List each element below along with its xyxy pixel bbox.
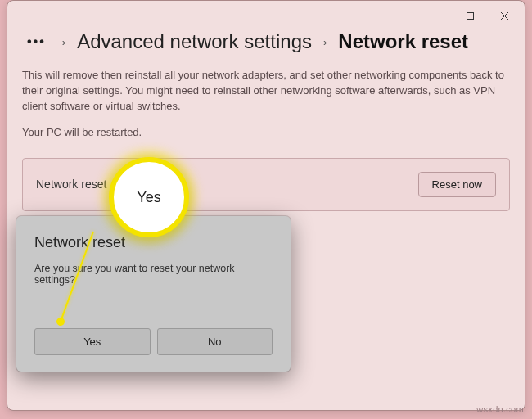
panel-label: Network reset [36,178,106,191]
restart-note: Your PC will be restarted. [22,126,510,138]
svg-rect-1 [467,12,473,19]
minimize-button[interactable] [418,4,453,27]
titlebar [7,1,525,30]
confirm-dialog: Network reset Are you sure you want to r… [16,216,291,372]
breadcrumb-advanced[interactable]: Advanced network settings [77,30,312,53]
no-button[interactable]: No [157,328,273,355]
chevron-right-icon: › [322,36,328,48]
watermark: wsxdn.com [476,404,524,414]
close-button[interactable] [487,4,521,27]
network-reset-panel: Network reset Reset now [22,158,510,211]
page-title: Network reset [338,30,468,53]
dialog-buttons: Yes No [34,328,273,355]
description-text: This will remove then reinstall all your… [22,68,510,115]
highlight-bubble: Yes [109,157,189,237]
maximize-button[interactable] [453,4,487,27]
chevron-right-icon: › [61,36,67,48]
content-area: This will remove then reinstall all your… [7,60,525,211]
breadcrumb: ••• › Advanced network settings › Networ… [7,30,525,60]
reset-now-button[interactable]: Reset now [418,172,496,197]
dialog-message: Are you sure you want to reset your netw… [34,263,273,286]
yes-button[interactable]: Yes [34,328,151,355]
highlight-label: Yes [137,189,160,206]
more-icon[interactable]: ••• [22,34,51,49]
